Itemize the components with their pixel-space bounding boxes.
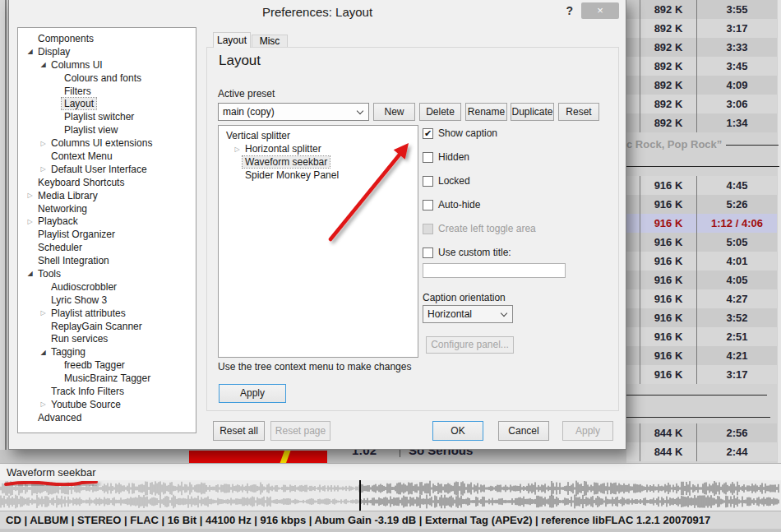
tree-item-lyric-show-3[interactable]: Lyric Show 3 (18, 294, 196, 307)
layout-page (206, 47, 619, 411)
cancel-button[interactable]: Cancel (498, 421, 549, 441)
duration-cell: 1:12 / 4:06 (697, 214, 777, 233)
apply-button[interactable]: Apply (562, 421, 613, 441)
ok-button[interactable]: OK (432, 421, 483, 441)
playlist-scrollbar[interactable] (778, 0, 781, 463)
bitrate-cell: 892 K (640, 19, 696, 38)
collapsed-triangle-icon[interactable]: ▷ (38, 165, 49, 173)
playlist-row[interactable]: 916 K4:27 (626, 289, 777, 308)
bitrate-cell: 844 K (640, 442, 696, 461)
expanded-triangle-icon[interactable]: ◢ (38, 61, 49, 68)
playlist-row[interactable]: 892 K3:55 (626, 0, 777, 19)
expanded-triangle-icon[interactable]: ◢ (25, 48, 35, 55)
playlist-partial-row[interactable]: 1:02 So Serious (0, 450, 626, 463)
playlist-row[interactable]: 916 K4:05 (626, 271, 777, 289)
duration-cell: 3:45 (697, 57, 777, 76)
preferences-tree[interactable]: Components◢Display◢Columns UIColours and… (17, 27, 196, 433)
waveform-minibar-cursor (279, 451, 291, 463)
tree-item-columns-ui[interactable]: ◢Columns UI (18, 58, 196, 72)
expanded-triangle-icon[interactable]: ◢ (25, 270, 35, 277)
tree-item-advanced[interactable]: Advanced (18, 411, 196, 424)
playlist-cell-clipped (626, 0, 640, 19)
close-button[interactable]: × (581, 2, 619, 19)
dialog-titlebar[interactable]: Preferences: Layout ? × (9, 0, 626, 23)
playlist-row[interactable]: 916 K4:01 (626, 252, 777, 271)
tree-item-default-user-interface[interactable]: ▷Default User Interface (18, 163, 196, 176)
preferences-dialog: Preferences: Layout ? × Components◢Displ… (8, 0, 626, 450)
playlist-panel[interactable]: 892 K3:55892 K3:17892 K3:33892 K3:45892 … (626, 0, 781, 463)
playlist-row[interactable]: 916 K4:45 (626, 176, 777, 195)
duration-cell: 3:52 (697, 308, 777, 327)
tree-item-colours-and-fonts[interactable]: Colours and fonts (18, 72, 196, 85)
tree-item-tagging[interactable]: ◢Tagging (18, 345, 196, 359)
playlist-row[interactable]: 892 K3:33 (626, 38, 777, 57)
playlist-cell-clipped (626, 271, 640, 289)
playlist-row[interactable]: 916 K2:51 (626, 327, 777, 346)
duration-cell: 4:27 (697, 289, 777, 308)
duration-cell: 3:55 (697, 0, 777, 19)
tree-item-musicbrainz-tagger[interactable]: MusicBrainz Tagger (18, 372, 196, 385)
help-button[interactable]: ? (566, 4, 573, 17)
collapsed-triangle-icon[interactable]: ▷ (38, 309, 49, 317)
duration-cell: 2:44 (697, 442, 777, 461)
tab-misc[interactable]: Misc (252, 35, 288, 48)
tree-item-label: Shell Integration (35, 255, 112, 266)
collapsed-triangle-icon[interactable]: ▷ (25, 192, 35, 199)
playlist-row[interactable]: 916 K4:21 (626, 346, 777, 365)
playlist-row[interactable]: 916 K3:17 (626, 365, 777, 384)
tree-item-components[interactable]: Components (18, 32, 196, 45)
tree-item-label: Display (35, 46, 72, 58)
window-bottom-edge (0, 529, 781, 532)
tree-item-shell-integration[interactable]: Shell Integration (18, 254, 196, 267)
playlist-row[interactable]: 892 K3:06 (626, 95, 777, 113)
expanded-triangle-icon[interactable]: ◢ (38, 349, 49, 356)
tree-item-keyboard-shortcuts[interactable]: Keyboard Shortcuts (18, 176, 196, 189)
collapsed-triangle-icon[interactable]: ▷ (25, 218, 35, 225)
tree-item-scheduler[interactable]: Scheduler (18, 241, 196, 254)
waveform-seekbar[interactable] (0, 480, 781, 511)
tree-item-playlist-organizer[interactable]: Playlist Organizer (18, 228, 196, 241)
tree-item-columns-ui-extensions[interactable]: ▷Columns UI extensions (18, 136, 196, 150)
playlist-row[interactable]: 916 K5:26 (626, 195, 777, 214)
playlist-row[interactable]: 916 K3:52 (626, 308, 777, 327)
tree-item-youtube-source[interactable]: ▷Youtube Source (18, 398, 196, 411)
tree-item-playlist-view[interactable]: Playlist view (18, 123, 196, 136)
tree-item-context-menu[interactable]: Context Menu (18, 150, 196, 163)
tree-item-playlist-attributes[interactable]: ▷Playlist attributes (18, 307, 196, 320)
tree-item-networking[interactable]: Networking (18, 202, 196, 215)
tab-layout[interactable]: Layout (213, 32, 251, 48)
playlist-row[interactable]: 892 K3:17 (626, 19, 777, 38)
duration-cell: 3:17 (697, 19, 777, 38)
tree-item-run-services[interactable]: Run services (18, 332, 196, 345)
duration-cell: 2:56 (697, 423, 777, 442)
tree-item-display[interactable]: ◢Display (18, 45, 196, 58)
playlist-row[interactable]: 844 K2:56 (626, 423, 777, 442)
tree-item-filters[interactable]: Filters (18, 85, 196, 98)
tree-item-tools[interactable]: ◢Tools (18, 267, 196, 280)
duration-cell: 4:21 (697, 346, 777, 365)
reset-page-button[interactable]: Reset page (270, 421, 330, 441)
collapsed-triangle-icon[interactable]: ▷ (38, 400, 49, 408)
waveform-playhead[interactable] (359, 480, 361, 511)
tree-item-media-library[interactable]: ▷Media Library (18, 189, 196, 202)
tree-item-playback[interactable]: ▷Playback (18, 215, 196, 228)
playlist-row[interactable]: 892 K4:09 (626, 76, 777, 95)
tree-item-layout[interactable]: Layout (18, 97, 196, 110)
playlist-row[interactable]: 916 K5:05 (626, 233, 777, 252)
playlist-row[interactable]: 892 K3:45 (626, 57, 777, 76)
playlist-row-playing[interactable]: 916 K1:12 / 4:06 (626, 214, 777, 233)
tree-item-label: Columns UI extensions (49, 137, 155, 149)
tree-item-audioscrobbler[interactable]: Audioscrobbler (18, 280, 196, 294)
reset-all-button[interactable]: Reset all (213, 421, 265, 441)
tree-item-track-info-filters[interactable]: Track Info Filters (18, 385, 196, 398)
tree-item-replaygain-scanner[interactable]: ReplayGain Scanner (18, 320, 196, 333)
duration-cell: 4:01 (697, 252, 777, 271)
collapsed-triangle-icon[interactable]: ▷ (38, 140, 49, 147)
tree-item-playlist-switcher[interactable]: Playlist switcher (18, 110, 196, 123)
playlist-row[interactable]: 892 K1:34 (626, 113, 777, 132)
tree-item-freedb-tagger[interactable]: freedb Tagger (18, 359, 196, 372)
playlist-row[interactable]: 844 K2:44 (626, 442, 777, 461)
bitrate-cell: 916 K (640, 289, 696, 308)
waveform-caption-bar: Waveform seekbar (0, 463, 781, 480)
status-bar: CD | ALBUM | STEREO | FLAC | 16 Bit | 44… (0, 511, 781, 529)
